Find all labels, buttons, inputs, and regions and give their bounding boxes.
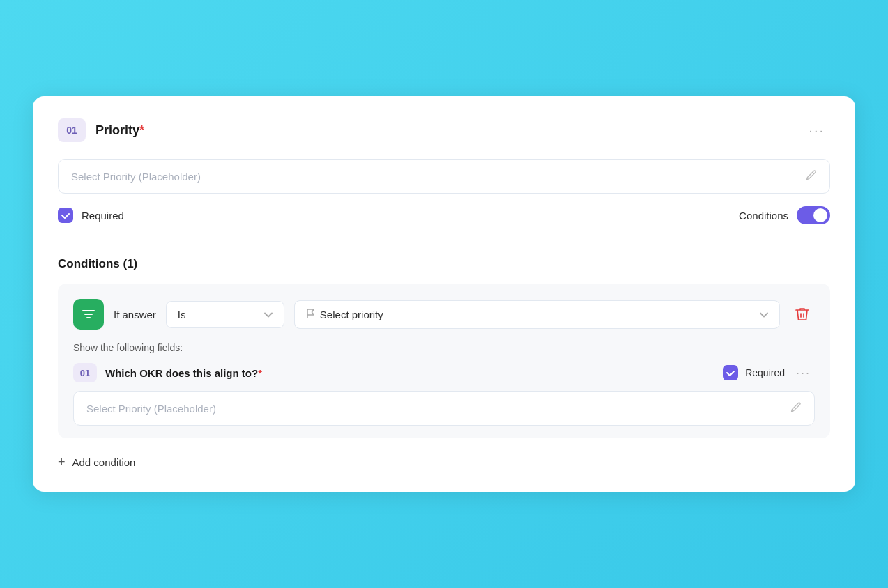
required-left: Required xyxy=(58,208,124,223)
sub-field-right: Required ··· xyxy=(723,364,815,382)
divider xyxy=(58,240,830,240)
section-title: Conditions (1) xyxy=(58,257,830,271)
header-row: 01 Priority* ··· xyxy=(58,118,830,142)
conditions-right: Conditions xyxy=(739,206,830,224)
condition-row: If answer Is Select priority xyxy=(73,299,815,330)
conditions-box: If answer Is Select priority xyxy=(58,284,830,438)
conditions-label: Conditions xyxy=(739,210,788,222)
plus-icon: + xyxy=(58,455,66,470)
filter-icon-box xyxy=(73,299,104,330)
sub-step-badge: 01 xyxy=(73,363,97,382)
toggle-knob xyxy=(813,208,827,222)
field-title: Priority* xyxy=(95,123,144,138)
placeholder-text: Select Priority (Placeholder) xyxy=(71,171,201,183)
more-options-button[interactable]: ··· xyxy=(803,120,830,141)
sub-field-row: 01 Which OKR does this align to?* Requir… xyxy=(73,363,815,382)
flag-icon xyxy=(306,308,316,321)
header-left: 01 Priority* xyxy=(58,118,144,142)
required-checkbox[interactable] xyxy=(58,208,73,223)
sub-more-options-button[interactable]: ··· xyxy=(792,364,815,382)
priority-dropdown[interactable]: Select priority xyxy=(294,300,780,329)
edit-icon xyxy=(806,169,817,183)
required-star-header: * xyxy=(139,123,144,137)
main-card: 01 Priority* ··· Select Priority (Placeh… xyxy=(33,96,855,492)
sub-required-checkbox[interactable] xyxy=(723,365,738,380)
sub-edit-icon xyxy=(790,401,802,415)
required-label: Required xyxy=(82,210,124,222)
show-fields-label: Show the following fields: xyxy=(73,342,815,353)
conditions-toggle[interactable] xyxy=(797,206,830,224)
is-dropdown[interactable]: Is xyxy=(166,301,284,328)
required-row: Required Conditions xyxy=(58,206,830,224)
add-condition-label: Add condition xyxy=(72,456,136,468)
sub-required-label: Required xyxy=(745,367,785,378)
chevron-down-icon-is xyxy=(264,309,273,320)
is-dropdown-value: Is xyxy=(178,309,186,320)
sub-placeholder-text: Select Priority (Placeholder) xyxy=(86,403,216,415)
add-condition-row[interactable]: + Add condition xyxy=(58,455,830,470)
if-answer-label: If answer xyxy=(114,309,156,320)
chevron-down-icon-priority xyxy=(760,309,768,320)
sub-placeholder-input[interactable]: Select Priority (Placeholder) xyxy=(73,391,815,426)
sub-field-title: Which OKR does this align to?* xyxy=(105,367,262,379)
priority-dropdown-left: Select priority xyxy=(306,308,383,321)
delete-condition-button[interactable] xyxy=(790,301,815,327)
placeholder-input[interactable]: Select Priority (Placeholder) xyxy=(58,159,830,194)
sub-required-star: * xyxy=(258,367,262,379)
priority-dropdown-value: Select priority xyxy=(320,309,383,320)
field-title-text: Priority xyxy=(95,123,139,137)
step-badge: 01 xyxy=(58,118,86,142)
sub-field-left: 01 Which OKR does this align to?* xyxy=(73,363,262,382)
